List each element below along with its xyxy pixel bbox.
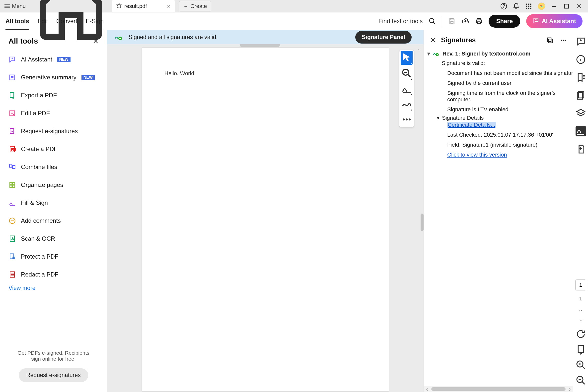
menu-button[interactable]: Menu xyxy=(0,0,30,12)
window-controls xyxy=(495,2,588,10)
scroll-thumb[interactable] xyxy=(431,387,565,391)
svg-rect-34 xyxy=(13,166,15,169)
apps-grid-icon[interactable] xyxy=(525,3,532,10)
svg-point-54 xyxy=(403,118,405,120)
sig-valid-label: Signature is valid: xyxy=(442,60,569,66)
page-container[interactable]: ︿ Hello, World! xyxy=(107,44,424,392)
rail-bookmark-icon[interactable] xyxy=(575,72,586,83)
sidebar-close-icon[interactable]: ✕ xyxy=(93,37,98,45)
scroll-right-icon[interactable]: › xyxy=(566,386,573,392)
draw-tool[interactable] xyxy=(401,97,413,111)
promo-text: Get PDFs e-signed. Recipients sign onlin… xyxy=(14,350,93,362)
view-more-link[interactable]: View more xyxy=(9,285,98,292)
svg-rect-7 xyxy=(528,6,529,7)
tool-item-create-a-pdf[interactable]: PDFCreate a PDF xyxy=(9,142,98,156)
tool-item-redact-a-pdf[interactable]: Redact a PDF xyxy=(9,267,98,282)
tool-label: Create a PDF xyxy=(21,146,58,152)
panel-h-scrollbar[interactable]: ‹ › xyxy=(424,386,573,392)
selection-tool[interactable] xyxy=(401,51,413,65)
tab-all-tools[interactable]: All tools xyxy=(6,13,29,30)
tool-item-add-comments[interactable]: Add comments xyxy=(9,214,98,228)
find-label[interactable]: Find text or tools xyxy=(379,18,423,25)
svg-rect-9 xyxy=(526,8,527,9)
rail-attachments-icon[interactable] xyxy=(575,144,586,154)
scroll-left-icon[interactable]: ‹ xyxy=(424,386,430,392)
revision-row[interactable]: ▾ Rev. 1: Signed by textcontrol.com xyxy=(427,50,569,58)
panel-copy-icon[interactable] xyxy=(546,36,554,44)
panel-close-icon[interactable]: ✕ xyxy=(430,36,436,44)
tool-item-scan-ocr[interactable]: AScan & OCR xyxy=(9,232,98,246)
tool-item-generative-summary[interactable]: Generative summaryNEW xyxy=(9,70,98,84)
details-row[interactable]: ▾ Signature Details xyxy=(437,115,569,121)
tool-item-edit-a-pdf[interactable]: Edit a PDF xyxy=(9,106,98,120)
bell-icon[interactable] xyxy=(513,3,520,10)
scroll-up-icon[interactable]: ︿ xyxy=(417,47,421,52)
sidebar-title: All tools xyxy=(9,37,38,45)
tool-item-combine-files[interactable]: Combine files xyxy=(9,160,98,174)
tool-icon: PDF xyxy=(9,145,16,153)
page-up-icon[interactable]: ︿ xyxy=(575,307,586,313)
rail-info-icon[interactable] xyxy=(575,54,586,65)
save-icon[interactable] xyxy=(448,18,456,25)
window-close[interactable] xyxy=(575,3,582,10)
tool-item-ai-assistant[interactable]: AI AssistantNEW xyxy=(9,52,98,67)
hamburger-icon xyxy=(5,4,10,8)
sig-line-3: Signing time is from the clock on the si… xyxy=(447,90,569,103)
scroll-arrows[interactable]: ︿ xyxy=(417,47,421,52)
tool-label: Add comments xyxy=(21,217,61,224)
signature-tool[interactable] xyxy=(401,82,413,96)
rotate-icon[interactable] xyxy=(575,329,586,339)
search-icon[interactable] xyxy=(429,18,436,25)
svg-point-61 xyxy=(564,40,566,41)
tool-item-request-e-signatures[interactable]: Request e-signatures xyxy=(9,124,98,138)
pdf-page: Hello, World! xyxy=(142,48,389,391)
request-esign-button[interactable]: Request e-signatures xyxy=(19,368,88,382)
signature-valid-icon xyxy=(433,50,440,58)
page-down-icon[interactable]: ﹀ xyxy=(575,318,586,324)
tool-item-protect-a-pdf[interactable]: Protect a PDF xyxy=(9,250,98,264)
profile-avatar[interactable] xyxy=(538,2,545,10)
svg-text:PDF: PDF xyxy=(11,148,16,151)
tool-icon xyxy=(9,128,16,135)
page-number-input[interactable]: 1 xyxy=(575,280,586,290)
svg-rect-33 xyxy=(10,164,12,168)
rail-layers-icon[interactable] xyxy=(575,108,586,118)
tab-esign[interactable]: E-Sign xyxy=(86,13,104,30)
panel-more-icon[interactable] xyxy=(559,36,567,44)
panel-title: Signatures xyxy=(441,36,476,44)
upload-cloud-icon[interactable] xyxy=(462,18,469,25)
zoom-out-icon[interactable] xyxy=(575,375,586,386)
star-icon[interactable] xyxy=(116,3,122,10)
document-tab[interactable]: result.pdf × xyxy=(112,0,175,12)
zoom-in-icon[interactable] xyxy=(575,360,586,370)
zoom-tool[interactable] xyxy=(401,66,413,80)
tab-convert[interactable]: Convert xyxy=(56,13,77,30)
tool-icon xyxy=(9,217,16,224)
rail-comment-icon[interactable] xyxy=(575,36,586,47)
rail-signature-icon[interactable] xyxy=(575,126,586,136)
more-tools[interactable] xyxy=(401,112,413,126)
tool-label: Generative summary xyxy=(21,74,77,81)
right-rail: 1 1 ︿ ﹀ xyxy=(573,30,588,392)
window-maximize[interactable] xyxy=(563,3,570,10)
print-icon[interactable] xyxy=(475,18,483,25)
rail-pages-icon[interactable] xyxy=(575,90,586,100)
svg-rect-21 xyxy=(478,22,480,24)
help-icon[interactable] xyxy=(500,3,507,10)
certificate-details-link[interactable]: Certificate Details... xyxy=(447,122,496,128)
tab-edit[interactable]: Edit xyxy=(38,13,48,30)
tool-item-organize-pages[interactable]: Organize pages xyxy=(9,178,98,192)
window-minimize[interactable] xyxy=(551,3,558,10)
tool-item-export-a-pdf[interactable]: Export a PDF xyxy=(9,88,98,102)
share-button[interactable]: Share xyxy=(489,15,520,28)
create-button[interactable]: ＋ Create xyxy=(179,1,211,12)
signatures-panel-header: ✕ Signatures xyxy=(424,30,573,49)
tab-close-button[interactable]: × xyxy=(167,3,170,10)
view-version-link[interactable]: Click to view this version xyxy=(447,152,507,158)
scrollbar-thumb[interactable] xyxy=(421,214,424,231)
tool-item-fill-sign[interactable]: Fill & Sign xyxy=(9,196,98,210)
ai-assistant-button[interactable]: AI Assistant xyxy=(526,14,582,28)
svg-rect-3 xyxy=(526,4,527,5)
fit-page-icon[interactable] xyxy=(575,344,586,355)
signature-panel-button[interactable]: Signature Panel xyxy=(355,31,412,44)
